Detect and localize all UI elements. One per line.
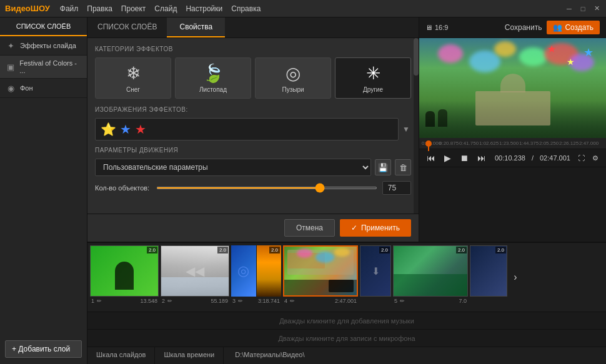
logo-video: Видео [5,4,31,13]
filmstrip-next[interactable]: › [509,245,522,309]
clip-3[interactable]: ◎ 2.0 3 ✏ 3:18.741 [231,245,281,309]
clip-5[interactable]: 2.0 5 ✏ 7.0 [393,245,468,309]
time-current: 00:10.238 [495,154,525,162]
transport-controls: ⏮ ▶ ⏹ ⏭ 00:10.238 / 02:47.001 ⛶ ⚙ [419,149,606,167]
close-button[interactable]: ✕ [592,4,601,13]
dropdown-arrow-images[interactable]: ▼ [401,125,411,134]
layer-item-background[interactable]: ◉ Фон [0,79,87,98]
clip-3-edit-icon[interactable]: ✏ [238,298,243,304]
clip-5a[interactable]: ⬇ 2.0 [360,245,391,309]
count-row: Кол-во объектов: [95,181,411,195]
preview-content: ★ ★ ★ [419,38,606,138]
playhead[interactable] [425,140,432,147]
clip-2-dur: 55.189 [211,298,228,304]
rewind-start-button[interactable]: ⏮ [424,152,438,164]
logo-show: ШОУ [31,4,50,13]
play-button[interactable]: ▶ [442,152,454,164]
music-track[interactable]: Дважды кликните для добавления музыки [87,312,606,329]
aspect-ratio: 🖥 16:9 [425,24,448,31]
clip-1-scale: 2.0 [147,247,157,253]
settings-preview-button[interactable]: ⚙ [590,153,601,164]
create-button[interactable]: 👥 Создать [547,21,600,34]
fullscreen-button[interactable]: ⛶ [575,153,587,164]
layer-item-effects[interactable]: ✦ Эффекты слайда [0,36,87,56]
menu-edit[interactable]: Правка [87,4,112,13]
save-motion-button[interactable]: 💾 [375,159,391,175]
clip-4-edit-icon[interactable]: ✏ [290,298,295,304]
count-input[interactable] [382,181,411,195]
scroll-bar[interactable] [414,38,419,214]
leaves-icon: 🍃 [178,63,248,84]
bottom-tabs: Шкала слайдов Шкала времени D:\Материалы… [87,347,606,364]
ruler-m6: 2:05.250 [539,140,559,146]
clip-5-edit-icon[interactable]: ✏ [400,298,405,304]
tab-properties[interactable]: Свойства [167,17,225,37]
filmstrip-area: 2.0 1 ✏ 13.548 ◀◀ 2.0 [87,242,606,364]
add-layer-button[interactable]: + Добавить слой [5,340,82,358]
effect-leaves[interactable]: 🍃 Листопад [175,57,251,99]
star-red: ★ [135,122,146,137]
tab-list[interactable]: СПИСОК СЛОЁВ [87,17,167,37]
minimize-button[interactable]: ─ [565,4,574,13]
action-bar: Отмена ✓ Применить [87,214,419,242]
save-button[interactable]: Сохранить [505,21,542,34]
clip-3-num: 3 [232,298,236,304]
clip-4-dur: 2:47.001 [335,298,357,304]
clip-4-info: 4 ✏ 2:47.001 [283,297,358,305]
check-icon: ✓ [351,224,357,232]
layer-background-label: Фон [20,84,33,92]
motion-select[interactable]: Пользовательские параметры [95,159,371,176]
preview-image: ★ ★ ★ [419,38,606,138]
menu-slide[interactable]: Слайд [154,4,177,13]
ruler-end: 2:47.000 [579,140,599,146]
effect-other[interactable]: ✳ Другие [335,57,411,99]
apply-button[interactable]: ✓ Применить [340,219,411,237]
menu-file[interactable]: Файл [60,4,79,13]
left-tabs: СПИСОК СЛОЁВ [0,17,87,36]
star-blue: ★ [120,122,131,137]
tab-layers[interactable]: СПИСОК СЛОЁВ [0,17,87,36]
layer-item-festival[interactable]: ▣ Festival of Colors - ... [0,56,87,79]
tab-timeline[interactable]: Шкала времени [155,347,224,364]
effect-bubbles[interactable]: ◎ Пузыри [255,57,331,99]
menu-help[interactable]: Справка [231,4,261,13]
mic-track[interactable]: Дважды кликните для записи с микрофона [87,329,606,347]
delete-motion-button[interactable]: 🗑 [395,159,411,175]
menu-settings[interactable]: Настройки [186,4,222,13]
motion-row: Пользовательские параметры 💾 🗑 [95,159,411,176]
clip-1[interactable]: 2.0 1 ✏ 13.548 [90,245,159,309]
clip-5-num: 5 [394,298,397,304]
clip-6[interactable]: 2.0 [470,245,507,309]
clip-2-info: 2 ✏ 55.189 [161,297,229,305]
clip-1-edit-icon[interactable]: ✏ [97,298,102,304]
clip-5-info: 5 ✏ 7.0 [393,297,468,305]
snow-label: Снег [98,86,168,93]
stop-button[interactable]: ⏹ [457,152,471,164]
other-label: Другие [338,86,408,93]
scroll-thumb[interactable] [414,38,419,76]
effect-snow[interactable]: ❄ Снег [95,57,171,99]
clip-4[interactable]: 4 ✏ 2:47.001 [283,245,358,309]
video-icon: ▣ [5,61,16,72]
preview-actions: Сохранить 👥 Создать [505,21,600,34]
clip-5-group: ⬇ 2.0 2.0 5 ✏ 7.0 [360,245,468,309]
ruler-m2: 0:41.750 [459,140,479,146]
apply-label: Применить [361,224,400,232]
cancel-button[interactable]: Отмена [284,219,335,237]
count-slider[interactable] [156,187,377,189]
clip-2[interactable]: ◀◀ 2.0 2 ✏ 55.189 [161,245,229,309]
ruler-m7: 2:26.125 [559,140,579,146]
image-selector-row: ⭐ ★ ★ ▼ [95,118,411,140]
clip-2-edit-icon[interactable]: ✏ [167,298,172,304]
count-label: Кол-во объектов: [95,184,151,192]
forward-end-button[interactable]: ⏭ [475,152,489,164]
menu-project[interactable]: Проект [121,4,146,13]
tab-slide-scale[interactable]: Шкала слайдов [87,347,155,364]
clip-2-arrows: ◀◀ [186,263,204,278]
effects-grid: ❄ Снег 🍃 Листопад ◎ Пузыри ✳ [95,57,411,99]
clip-4-num: 4 [284,298,287,304]
timeline-ruler: 0:00.000 0:20.875 0:41.750 1:02.625 1:23… [419,138,606,149]
maximize-button[interactable]: □ [579,4,587,13]
clip-3-dur: 3:18.741 [258,298,280,304]
clip-5-scale: 2.0 [456,247,467,253]
